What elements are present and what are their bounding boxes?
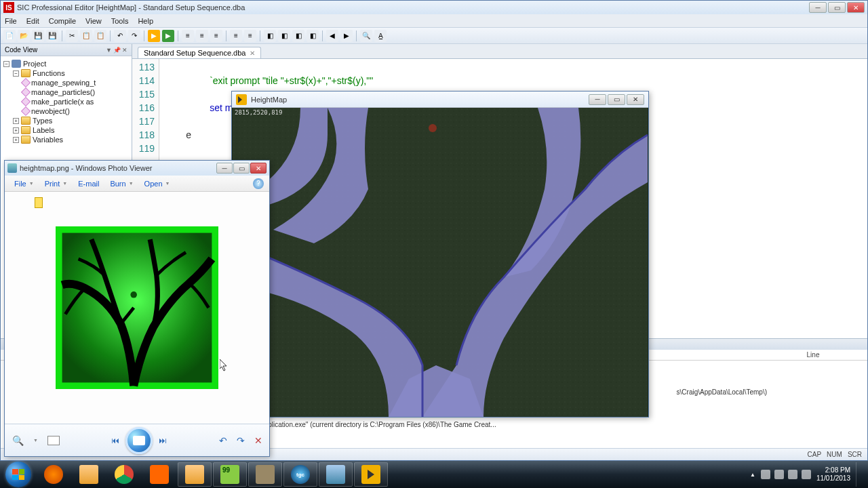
pv-menu-burn[interactable]: Burn▼ — [106, 178, 137, 189]
tray-icon[interactable] — [761, 470, 770, 479]
menu-compile[interactable]: Compile — [49, 17, 76, 25]
indent-icon[interactable]: ≡ — [196, 30, 208, 42]
taskbar-explorer[interactable] — [72, 462, 106, 487]
rotate-ccw-icon[interactable]: ↶ — [219, 435, 227, 446]
taskbar-gimp[interactable] — [248, 462, 282, 487]
taskbar-photoviewer[interactable] — [319, 462, 353, 487]
taskbar-mediaplayer[interactable] — [142, 462, 176, 487]
collapse-icon[interactable]: − — [13, 70, 19, 77]
tree-labels[interactable]: Labels — [33, 126, 54, 134]
file-tab[interactable]: Standard Setup Sequence.dba ✕ — [138, 47, 261, 58]
tray-volume-icon[interactable] — [788, 470, 797, 479]
maximize-button[interactable]: ▭ — [608, 94, 625, 105]
tree-fn-item[interactable]: manage_spewing_t — [31, 79, 96, 87]
dropdown-icon[interactable]: ▼ — [106, 47, 112, 54]
start-button[interactable] — [5, 462, 31, 487]
uncomment-icon[interactable]: ≡ — [244, 30, 256, 42]
tray-action-icon[interactable] — [802, 470, 811, 479]
run-icon[interactable]: ▶ — [162, 30, 174, 42]
taskbar-clock[interactable]: 2:08 PM 11/01/2013 — [816, 466, 850, 483]
compile-icon[interactable]: ▶ — [148, 30, 160, 42]
pv-menu-print[interactable]: Print▼ — [41, 178, 72, 189]
close-panel-icon[interactable]: ✕ — [122, 47, 127, 54]
find-replace-icon[interactable]: A̲ — [374, 30, 387, 42]
cut-icon[interactable]: ✂ — [66, 30, 78, 42]
expand-icon[interactable]: + — [13, 118, 19, 124]
maximize-button[interactable]: ▭ — [828, 2, 846, 13]
menu-view[interactable]: View — [85, 17, 102, 25]
redo-icon[interactable]: ↷ — [128, 30, 140, 42]
previous-icon[interactable]: ⏮ — [108, 433, 123, 448]
tree-fn-item[interactable]: manage_particles() — [31, 88, 95, 96]
ide-titlebar[interactable]: IS SIC Professional Editor [HeightMap] -… — [1, 1, 867, 14]
minimize-button[interactable]: ─ — [809, 2, 827, 13]
tray-network-icon[interactable] — [774, 470, 784, 479]
tree-root[interactable]: Project — [23, 60, 46, 68]
chevron-down-icon[interactable]: ▼ — [33, 438, 38, 443]
tree-fn-item[interactable]: newobject() — [31, 107, 70, 115]
close-button[interactable]: ✕ — [847, 2, 865, 13]
comment-icon[interactable]: ≡ — [230, 30, 242, 42]
menu-edit[interactable]: Edit — [26, 17, 39, 25]
minimize-button[interactable]: ─ — [589, 94, 606, 105]
windows-logo-icon — [12, 469, 24, 480]
copy-icon[interactable]: 📋 — [80, 30, 92, 42]
bookmark2-icon[interactable]: ◧ — [278, 30, 290, 42]
pv-menu-file[interactable]: File▼ — [10, 178, 38, 189]
bookmark4-icon[interactable]: ◧ — [307, 30, 319, 42]
minimize-button[interactable]: ─ — [216, 163, 233, 174]
clock-time: 2:08 PM — [816, 466, 850, 474]
expand-icon[interactable]: + — [13, 137, 19, 143]
taskbar-tgc[interactable]: tgc — [283, 462, 317, 487]
separator — [178, 30, 178, 41]
maximize-button[interactable]: ▭ — [233, 163, 250, 174]
outdent-icon[interactable]: ≡ — [182, 30, 194, 42]
taskbar-explorer-active[interactable] — [178, 462, 212, 487]
find-icon[interactable]: 🔍 — [360, 30, 372, 42]
taskbar-firefox[interactable] — [37, 462, 71, 487]
help-icon[interactable]: ? — [253, 178, 264, 189]
next-icon[interactable]: ⏭ — [155, 433, 170, 448]
collapse-icon[interactable]: − — [3, 61, 9, 67]
close-button[interactable]: ✕ — [627, 94, 644, 105]
photoviewer-titlebar[interactable]: heightmap.png - Windows Photo Viewer ─ ▭… — [5, 161, 269, 176]
photoviewer-content[interactable] — [5, 192, 269, 424]
indent2-icon[interactable]: ≡ — [210, 30, 222, 42]
nav-back-icon[interactable]: ◀ — [326, 30, 338, 42]
pin-icon[interactable]: 📌 — [113, 47, 121, 54]
delete-icon[interactable]: ✕ — [254, 435, 262, 446]
save-all-icon[interactable]: 💾 — [46, 30, 58, 42]
actual-size-icon[interactable] — [47, 436, 60, 445]
menu-tools[interactable]: Tools — [111, 17, 129, 25]
pv-menu-open[interactable]: Open▼ — [140, 178, 174, 189]
tab-close-icon[interactable]: ✕ — [250, 49, 255, 57]
bookmark3-icon[interactable]: ◧ — [292, 30, 304, 42]
heightmap-viewport[interactable]: 2815,2520,819 — [232, 108, 648, 417]
open-icon[interactable]: 📂 — [18, 30, 30, 42]
slideshow-button[interactable] — [125, 427, 153, 454]
show-desktop-button[interactable] — [856, 462, 861, 487]
close-button[interactable]: ✕ — [250, 163, 267, 174]
show-hidden-icon[interactable]: ▲ — [750, 472, 755, 478]
save-icon[interactable]: 💾 — [32, 30, 44, 42]
expand-icon[interactable]: + — [13, 127, 19, 134]
pv-menu-email[interactable]: E-mail — [74, 178, 103, 189]
paste-icon[interactable]: 📋 — [94, 30, 106, 42]
nav-fwd-icon[interactable]: ▶ — [340, 30, 353, 42]
taskbar-heightmap[interactable] — [354, 462, 388, 487]
menu-help[interactable]: Help — [138, 17, 153, 25]
tree-functions[interactable]: Functions — [33, 69, 65, 77]
zoom-icon[interactable]: 🔍 — [12, 434, 24, 447]
menu-file[interactable]: File — [5, 17, 17, 25]
tree-variables[interactable]: Variables — [33, 136, 63, 144]
rotate-cw-icon[interactable]: ↷ — [237, 435, 245, 446]
tree-types[interactable]: Types — [33, 117, 52, 125]
bookmark-icon[interactable]: ◧ — [264, 30, 276, 42]
tree-fn-item[interactable]: make_particle(x as — [31, 98, 94, 106]
taskbar-notepadpp[interactable]: 99 — [213, 462, 247, 487]
heightmap-titlebar[interactable]: HeightMap ─ ▭ ✕ — [232, 92, 648, 108]
project-tree[interactable]: −Project −Functions manage_spewing_t man… — [1, 56, 132, 147]
undo-icon[interactable]: ↶ — [114, 30, 126, 42]
new-file-icon[interactable]: 📄 — [3, 30, 16, 42]
taskbar-chrome[interactable] — [107, 462, 141, 487]
